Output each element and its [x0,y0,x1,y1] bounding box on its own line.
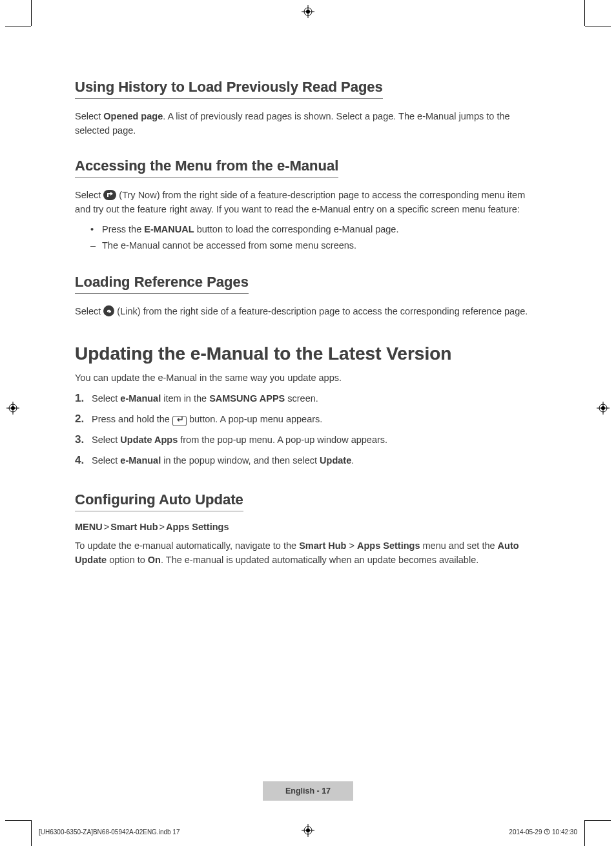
registration-mark-icon [6,402,19,415]
bullets-accessing: Press the E-MANUAL button to load the co… [90,222,540,253]
try-now-icon [103,190,116,200]
bullet-emanual-restriction: The e-Manual cannot be accessed from som… [90,238,540,253]
footer-page-label: English - 17 [263,781,353,801]
paragraph-update-intro: You can update the e-Manual in the same … [75,371,540,385]
heading-updating-emanual: Updating the e-Manual to the Latest Vers… [75,344,540,364]
heading-loading-reference: Loading Reference Pages [75,274,249,294]
heading-configuring-auto-update: Configuring Auto Update [75,491,243,511]
heading-using-history: Using History to Load Previously Read Pa… [75,79,383,99]
clock-icon [544,828,550,835]
footer-file-meta: [UH6300-6350-ZA]BN68-05942A-02ENG.indb 1… [39,828,180,836]
link-icon [103,305,114,316]
step-1: Select e-Manual item in the SAMSUNG APPS… [75,390,540,407]
paragraph-history: Select Opened page. A list of previously… [75,109,540,138]
bullet-emanual-button: Press the E-MANUAL button to load the co… [90,222,540,237]
step-3: Select Update Apps from the pop-up menu.… [75,431,540,448]
registration-mark-icon [302,824,314,837]
footer-timestamp: 2014-05-29 10:42:30 [509,828,577,836]
step-4: Select e-Manual in the popup window, and… [75,452,540,469]
paragraph-accessing-menu: Select (Try Now) from the right side of … [75,188,540,217]
paragraph-loading-reference: Select (Link) from the right side of a f… [75,304,540,318]
heading-accessing-menu: Accessing the Menu from the e-Manual [75,158,338,178]
update-steps: Select e-Manual item in the SAMSUNG APPS… [75,390,540,469]
menu-path: MENU>Smart Hub>Apps Settings [75,522,540,532]
registration-mark-icon [597,402,610,415]
paragraph-auto-update: To update the e-manual automatically, na… [75,539,540,568]
enter-button-icon [172,416,187,426]
registration-mark-icon [302,5,314,18]
svg-line-18 [547,832,548,832]
step-2: Press and hold the button. A pop-up menu… [75,411,540,427]
page-content: Using History to Load Previously Read Pa… [75,65,540,573]
